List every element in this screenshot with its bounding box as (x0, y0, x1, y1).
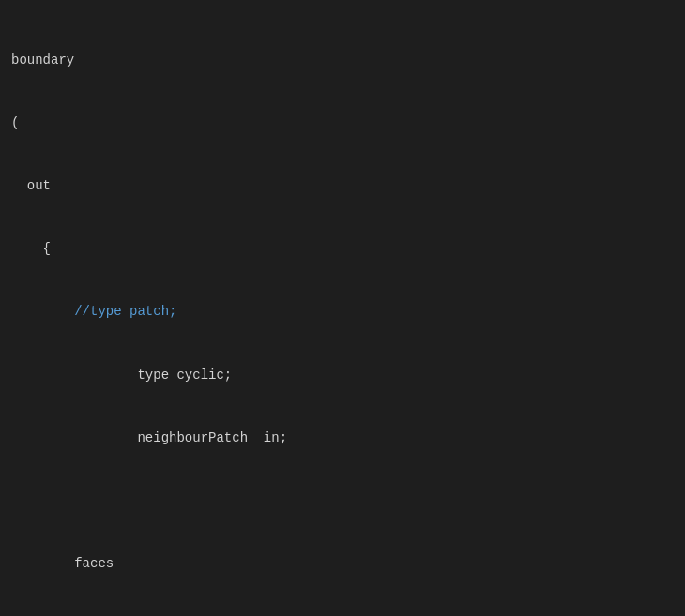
code-line-1: boundary (11, 50, 674, 70)
code-line-9: faces (11, 553, 674, 574)
code-line-2: ( (11, 113, 674, 133)
code-line-6: type cyclic; (11, 365, 674, 385)
code-line-8 (11, 490, 674, 511)
code-editor: boundary ( out { //type patch; type cycl… (11, 8, 674, 616)
code-line-4: { (11, 238, 674, 259)
code-line-5: //type patch; (11, 301, 674, 322)
code-line-7: neighbourPatch in; (11, 428, 674, 448)
code-line-3: out (11, 175, 674, 196)
code-comment-1: //type patch; (74, 304, 176, 319)
